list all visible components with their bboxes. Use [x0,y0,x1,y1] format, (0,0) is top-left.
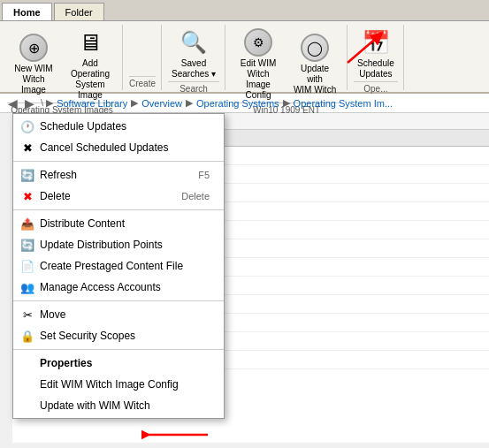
add-os-label: Add OperatingSystem Image [67,58,113,101]
menu-item-cancel-scheduled-updates[interactable]: ✖ Cancel Scheduled Updates [13,137,224,158]
menu-item-cancel-label: Cancel Scheduled Updates [40,141,168,154]
menu-separator-2 [13,209,224,210]
move-icon: ✂ [20,308,34,322]
saved-searches-label: SavedSearches ▾ [172,58,216,80]
distribute-icon: 📤 [20,216,34,231]
breadcrumb-part-os[interactable]: Operating Systems [196,98,279,109]
update-distribution-icon: 🔄 [20,238,34,252]
menu-item-move-label: Move [40,308,65,321]
breadcrumb-part-overview[interactable]: Overview [141,98,182,109]
schedule-updates-label: ScheduleUpdates [357,58,394,80]
menu-item-edit-wim-config-label: Edit WIM Witch Image Config [40,378,179,391]
create-group-label: Create [129,76,156,88]
nav-arrows: ◀ ▶ [5,96,37,110]
ribbon-group-create: Create [124,25,162,90]
delete-icon: ✖ [20,189,34,203]
menu-item-edit-wim-witch-config[interactable]: Edit WIM Witch Image Config [13,374,224,395]
menu-item-delete-label: Delete [40,190,71,202]
edit-wim-witch-icon: ⚙ [244,28,272,57]
menu-item-refresh-label: Refresh [40,169,77,181]
refresh-shortcut: F5 [198,170,210,180]
search-group-label: Search [168,81,219,94]
menu-item-schedule-updates-label: Schedule Updates [40,120,126,133]
main-area: 🕐 Schedule Updates ✖ Cancel Scheduled Up… [0,113,489,443]
menu-item-distribute-content[interactable]: 📤 Distribute Content [13,213,224,234]
breadcrumb-part-software-library[interactable]: Software Library [57,98,127,109]
ribbon-group-schedule: 📅 ScheduleUpdates Ope... [348,25,404,90]
ribbon-content: ⊕ New WIMWitch Image 🖥 Add OperatingSyst… [0,21,489,92]
ribbon-buttons-schedule: 📅 ScheduleUpdates [354,27,398,81]
new-wim-button[interactable]: ⊕ New WIMWitch Image [7,32,60,97]
create-prestaged-icon: 📄 [20,259,34,273]
menu-item-manage-access-label: Manage Access Accounts [40,281,161,293]
tab-bar: Home Folder [0,0,489,21]
menu-item-update-with-wim-witch[interactable]: Update with WIM Witch [13,395,224,416]
menu-item-manage-access[interactable]: 👥 Manage Access Accounts [13,277,224,298]
refresh-icon: 🔄 [20,168,34,182]
ribbon-group-search: 🔍 SavedSearches ▾ Search [163,25,225,90]
menu-item-create-prestaged[interactable]: 📄 Create Prestaged Content File [13,255,224,277]
add-os-icon: 🖥 [76,28,104,57]
menu-item-distribute-label: Distribute Content [40,217,125,230]
security-icon: 🔒 [20,329,34,343]
ribbon-group-os-images: ⊕ New WIMWitch Image 🖥 Add OperatingSyst… [2,25,123,90]
ribbon-buttons-win10: ⚙ Edit WIM WitchImage Config ◯ Update wi… [232,27,341,103]
breadcrumb-separator1: \ ▶ [41,97,53,109]
tab-home[interactable]: Home [2,3,52,20]
saved-searches-button[interactable]: 🔍 SavedSearches ▾ [168,27,219,81]
edit-wim-witch-label: Edit WIM WitchImage Config [235,58,281,101]
delete-shortcut: Delete [181,191,210,201]
schedule-updates-button[interactable]: 📅 ScheduleUpdates [354,27,398,81]
tab-folder[interactable]: Folder [54,3,104,20]
new-wim-label: New WIMWitch Image [11,64,57,95]
menu-item-delete[interactable]: ✖ Delete Delete [13,186,224,207]
ribbon: ⊕ New WIMWitch Image 🖥 Add OperatingSyst… [0,21,489,94]
manage-access-icon: 👥 [20,280,34,294]
breadcrumb-arrow2: ▶ [186,97,193,109]
add-os-image-button[interactable]: 🖥 Add OperatingSystem Image [64,27,117,103]
schedule-updates-icon: 📅 [362,28,390,57]
menu-item-update-distribution-label: Update Distribution Points [40,239,163,251]
breadcrumb-arrow1: ▶ [131,97,138,109]
edit-wim-witch-button[interactable]: ⚙ Edit WIM WitchImage Config [232,27,285,103]
back-button[interactable]: ◀ [5,96,20,110]
menu-item-create-prestaged-label: Create Prestaged Content File [40,260,183,272]
ribbon-buttons-os-images: ⊕ New WIMWitch Image 🖥 Add OperatingSyst… [7,27,117,103]
breadcrumb-arrow3: ▶ [283,97,290,109]
menu-item-refresh[interactable]: 🔄 Refresh F5 [13,164,224,186]
schedule-updates-menu-icon: 🕐 [20,119,34,133]
properties-icon [20,356,34,370]
update-with-wim-witch-icon [20,399,34,413]
menu-item-update-with-wim-witch-label: Update with WIM Witch [40,399,150,412]
menu-item-move[interactable]: ✂ Move [13,304,224,325]
schedule-group-label: Ope... [354,81,398,94]
update-wim-witch-icon: ◯ [301,34,329,62]
ribbon-buttons-search: 🔍 SavedSearches ▾ [168,27,219,81]
edit-wim-config-icon [20,377,34,391]
menu-item-set-security-scopes[interactable]: 🔒 Set Security Scopes [13,325,224,346]
cancel-icon: ✖ [20,140,34,155]
menu-item-update-distribution-points[interactable]: 🔄 Update Distribution Points [13,234,224,255]
menu-separator-4 [13,349,224,350]
forward-button[interactable]: ▶ [22,96,37,110]
ribbon-group-win10: ⚙ Edit WIM WitchImage Config ◯ Update wi… [226,25,348,90]
breadcrumb-part-os-images[interactable]: Operating System Im... [294,98,393,109]
update-wim-witch-button[interactable]: ◯ Update withWIM Witch [288,32,341,97]
menu-item-properties-label: Properties [40,357,92,369]
menu-item-schedule-updates[interactable]: 🕐 Schedule Updates [13,116,224,137]
menu-item-properties[interactable]: Properties [13,353,224,374]
saved-searches-icon: 🔍 [180,28,208,57]
menu-item-set-security-label: Set Security Scopes [40,330,135,342]
update-wim-witch-label: Update withWIM Witch [292,64,338,95]
context-menu: 🕐 Schedule Updates ✖ Cancel Scheduled Up… [12,113,225,419]
new-wim-icon: ⊕ [19,34,48,62]
menu-separator-3 [13,300,224,301]
menu-separator-1 [13,161,224,162]
